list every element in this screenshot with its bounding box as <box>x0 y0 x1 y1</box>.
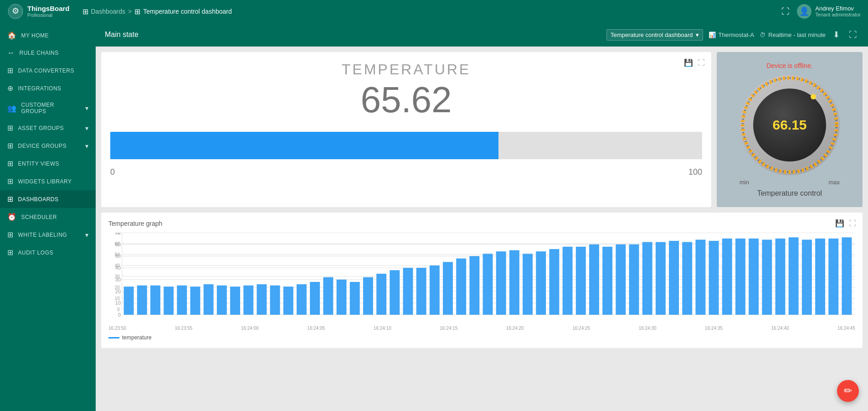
graph-save-button[interactable]: 💾 <box>834 218 845 229</box>
thermostat-knob[interactable]: // Generate ticks programmatically via J… <box>740 75 840 175</box>
sidebar-item-customer-groups[interactable]: 👥 CUSTOMER GROUPS ▾ <box>0 97 96 119</box>
dashboard-dropdown-icon: ▾ <box>696 31 699 38</box>
sidebar-item-widgets-library[interactable]: ⊞ WIDGETS LIBRARY <box>0 172 96 190</box>
sidebar-item-entity-views[interactable]: ⊞ ENTITY VIEWS <box>0 155 96 172</box>
chart-area: 70 60 50 40 30 20 10 0 <box>108 233 855 324</box>
graph-widget-actions: 💾 ⛶ <box>834 218 857 229</box>
knob-inner: 66.15 <box>753 88 826 161</box>
sidebar-item-dashboards[interactable]: ⊞ DASHBOARDS <box>0 190 96 208</box>
sidebar-item-device-groups[interactable]: ⊞ DEVICE GROUPS ▾ <box>0 137 96 155</box>
sidebar-label-widgets-library: WIDGETS LIBRARY <box>18 178 72 185</box>
fab-edit-button[interactable]: ✏ <box>837 380 859 402</box>
user-menu[interactable]: 👤 Andrey Efimov Tenant administrator <box>797 4 861 19</box>
temperature-title: TEMPERATURE <box>110 61 702 78</box>
x-axis-labels: 16:23:50 16:23:55 16:24:00 16:24:05 16:2… <box>108 324 855 331</box>
x-label-0: 16:23:50 <box>108 326 126 331</box>
sidebar-item-asset-groups[interactable]: ⊞ ASSET GROUPS ▾ <box>0 119 96 137</box>
sidebar-item-white-labeling[interactable]: ⊞ WHITE LABELING ▾ <box>0 226 96 244</box>
topbar-right: ⛶ 👤 Andrey Efimov Tenant administrator <box>780 4 861 19</box>
widget-actions: 💾 ⛶ <box>683 57 706 68</box>
x-label-10: 16:24:40 <box>771 326 789 331</box>
sidebar-item-integrations[interactable]: ⊕ INTEGRATIONS <box>0 79 96 97</box>
dashboard-toolbar: Main state Temperature control dashboard… <box>96 23 868 47</box>
logo[interactable]: ⚙ ThingsBoard Professional <box>7 3 70 20</box>
device-groups-icon: ⊞ <box>7 141 14 150</box>
avatar: 👤 <box>797 4 812 19</box>
progress-min: 0 <box>110 167 115 177</box>
sidebar-item-scheduler[interactable]: ⏰ SCHEDULER <box>0 208 96 226</box>
dashboard-state-label: Main state <box>105 31 599 39</box>
x-label-8: 16:24:30 <box>639 326 657 331</box>
sidebar-label-dashboards: DASHBOARDS <box>18 196 59 203</box>
sidebar-label-white-labeling: WHITE LABELING <box>18 232 67 238</box>
time-range: Realtime - last minute <box>768 31 826 38</box>
dashboards-nav-icon: ⊞ <box>82 7 88 16</box>
nav-current-icon: ⊞ <box>134 7 140 16</box>
legend-label: temperature <box>122 334 152 341</box>
scheduler-icon: ⏰ <box>7 213 17 221</box>
widgets-library-icon: ⊞ <box>7 177 14 186</box>
fullscreen-button[interactable]: ⛶ <box>780 5 791 18</box>
sidebar-label-integrations: INTEGRATIONS <box>18 85 62 92</box>
sidebar-label-my-home: MY HOME <box>21 32 49 39</box>
asset-groups-icon: ⊞ <box>7 124 14 132</box>
knob-labels: min max <box>740 179 840 186</box>
sidebar-item-my-home[interactable]: 🏠 MY HOME <box>0 26 96 44</box>
thermostat-title: Temperature control <box>757 189 822 198</box>
home-icon: 🏠 <box>7 31 17 40</box>
time-icon: ⏱ <box>760 31 765 38</box>
entity-name: Thermostat-A <box>719 31 755 38</box>
dashboard-selector[interactable]: Temperature control dashboard ▾ <box>606 29 703 41</box>
x-label-4: 16:24:10 <box>374 326 391 331</box>
audit-logs-icon: ⊞ <box>7 248 14 257</box>
temperature-progress <box>110 132 702 159</box>
progress-bar-bg <box>110 132 702 159</box>
sidebar-item-rule-chains[interactable]: ↔ RULE CHAINS <box>0 44 96 62</box>
knob-value: 66.15 <box>772 117 806 133</box>
brand-sub: Professional <box>27 13 70 18</box>
download-button[interactable]: ⬇ <box>831 28 842 42</box>
main-layout: 🏠 MY HOME ↔ RULE CHAINS ⊞ DATA CONVERTER… <box>0 23 868 411</box>
topbar: ⚙ ThingsBoard Professional ⊞ Dashboards … <box>0 0 868 23</box>
sidebar-label-scheduler: SCHEDULER <box>21 214 57 220</box>
temperature-value: 65.62 <box>110 82 702 118</box>
chevron-down-icon-3: ▾ <box>85 142 89 150</box>
fullscreen-dashboard-button[interactable]: ⛶ <box>847 28 859 42</box>
user-name: Andrey Efimov <box>815 5 861 12</box>
top-widgets-row: 💾 ⛶ TEMPERATURE 65.62 0 100 <box>101 52 863 207</box>
thermostat-widget: Device is offline. // Generate ticks pro… <box>717 52 863 207</box>
sidebar-item-audit-logs[interactable]: ⊞ AUDIT LOGS <box>0 244 96 261</box>
toolbar-controls: Temperature control dashboard ▾ 📊 Thermo… <box>606 28 859 42</box>
temperature-graph-widget: 💾 ⛶ Temperature graph <box>101 213 863 348</box>
user-role: Tenant administrator <box>815 12 861 18</box>
widget-save-button[interactable]: 💾 <box>683 57 694 68</box>
sidebar-label-audit-logs: AUDIT LOGS <box>18 250 53 256</box>
time-range-selector[interactable]: ⏱ Realtime - last minute <box>760 31 826 38</box>
sidebar-label-rule-chains: RULE CHAINS <box>20 50 59 56</box>
chevron-down-icon: ▾ <box>85 104 89 112</box>
entity-selector[interactable]: 📊 Thermostat-A <box>709 31 755 38</box>
brand-name: ThingsBoard <box>27 5 70 13</box>
sidebar: 🏠 MY HOME ↔ RULE CHAINS ⊞ DATA CONVERTER… <box>0 23 96 411</box>
x-label-2: 16:24:00 <box>241 326 259 331</box>
dashboard-title: Temperature control dashboard <box>611 31 693 38</box>
breadcrumb: ⊞ Dashboards > ⊞ Temperature control das… <box>82 7 775 16</box>
chevron-down-icon-4: ▾ <box>85 231 89 239</box>
widget-expand-button[interactable]: ⛶ <box>697 57 706 68</box>
svg-text:⚙: ⚙ <box>12 6 19 16</box>
data-converters-icon: ⊞ <box>7 66 14 75</box>
x-label-3: 16:24:05 <box>307 326 325 331</box>
graph-title: Temperature graph <box>108 220 855 227</box>
nav-section[interactable]: Dashboards <box>91 8 126 15</box>
chart-legend: temperature <box>108 334 855 341</box>
sidebar-label-device-groups: DEVICE GROUPS <box>18 143 67 149</box>
progress-max: 100 <box>688 167 702 177</box>
device-offline-status: Device is offline. <box>766 62 813 69</box>
customer-groups-icon: 👥 <box>7 104 17 113</box>
graph-expand-button[interactable]: ⛶ <box>848 218 857 229</box>
knob-max-label: max <box>828 179 840 186</box>
nav-separator: > <box>128 8 132 15</box>
legend-color-indicator <box>108 337 119 338</box>
sidebar-item-data-converters[interactable]: ⊞ DATA CONVERTERS <box>0 62 96 79</box>
x-label-5: 16:24:15 <box>440 326 457 331</box>
